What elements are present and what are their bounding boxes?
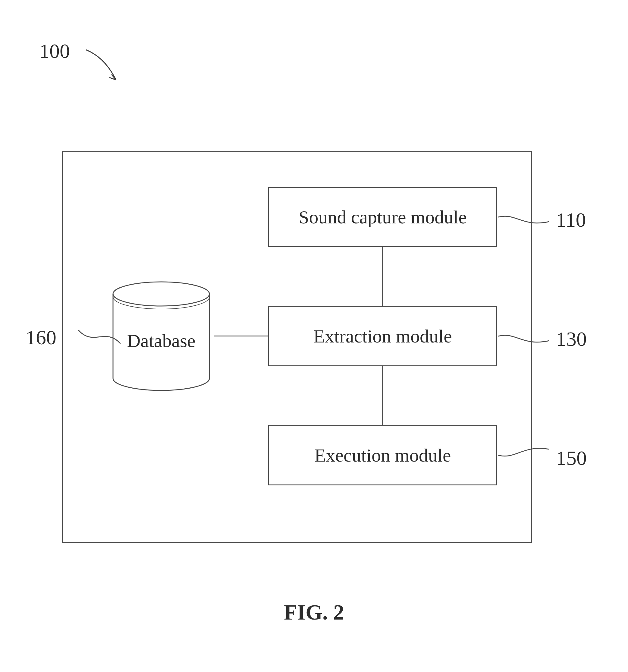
callout-brace-icon [498, 330, 552, 360]
connector-database-extraction [214, 336, 268, 336]
svg-point-0 [113, 282, 209, 306]
sound-capture-module: Sound capture module [268, 187, 497, 247]
ref-150: 150 [556, 446, 587, 470]
execution-label: Execution module [315, 445, 451, 466]
callout-brace-icon [498, 431, 552, 461]
diagram-canvas: 100 Database Sound capture module Extrac… [0, 0, 628, 672]
connector-extraction-execution [382, 366, 383, 425]
connector-soundcapture-extraction [382, 247, 383, 306]
database-label: Database [108, 330, 214, 352]
database-node: Database [108, 280, 214, 392]
system-reference-label: 100 [39, 39, 70, 63]
execution-module: Execution module [268, 425, 497, 485]
callout-brace-icon [498, 211, 552, 241]
pointer-arrow-icon [83, 47, 122, 86]
ref-130: 130 [556, 327, 587, 351]
extraction-label: Extraction module [313, 326, 452, 347]
extraction-module: Extraction module [268, 306, 497, 366]
figure-caption: FIG. 2 [0, 600, 628, 625]
ref-110: 110 [556, 208, 586, 232]
callout-brace-icon [66, 322, 121, 353]
sound-capture-label: Sound capture module [299, 207, 467, 228]
ref-160: 160 [26, 326, 56, 350]
